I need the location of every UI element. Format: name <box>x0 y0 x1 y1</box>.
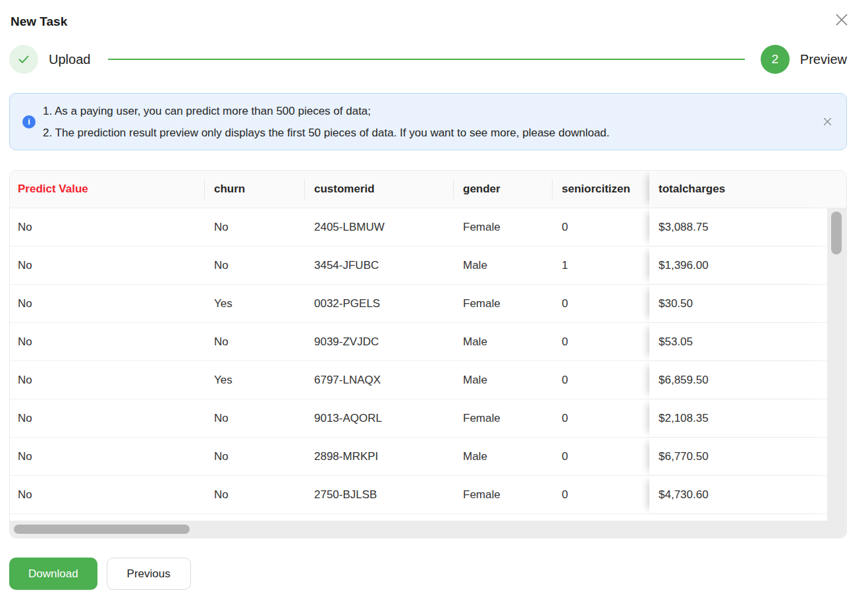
table-row: No No 9039-ZVJDC Male 0 $53.05 <box>10 323 846 361</box>
previous-button[interactable]: Previous <box>107 558 191 590</box>
column-header-churn: churn <box>205 171 305 208</box>
column-header-customerid: customerid <box>305 171 454 208</box>
vertical-scrollbar-thumb[interactable] <box>831 212 842 254</box>
table-header-row: Predict Value churn customerid gender se… <box>10 171 846 208</box>
table-body: No No 2405-LBMUW Female 0 $3,088.75 No N… <box>10 208 846 514</box>
table-cell-totalcharges: $6,859.50 <box>649 361 827 399</box>
table-cell-customerid: 2898-MRKPI <box>305 438 454 475</box>
table-cell-totalcharges: $2,108.35 <box>649 399 827 437</box>
table-cell-gender: Male <box>454 246 553 284</box>
table-cell-churn: No <box>205 476 305 513</box>
table-cell-predict-value: No <box>10 208 205 246</box>
step-preview-indicator: 2 <box>761 45 790 74</box>
table-cell-totalcharges: $6,770.50 <box>649 438 827 475</box>
table-cell-seniorcitizen: 0 <box>553 208 649 246</box>
table-cell-totalcharges: $3,088.75 <box>649 208 827 246</box>
step-preview-label: Preview <box>800 52 847 67</box>
table-cell-seniorcitizen: 0 <box>553 438 649 475</box>
table-cell-seniorcitizen: 0 <box>553 476 649 513</box>
table-cell-customerid: 2405-LBMUW <box>305 208 454 246</box>
table-row: No Yes 0032-PGELS Female 0 $30.50 <box>10 285 846 323</box>
download-button[interactable]: Download <box>9 558 97 590</box>
vertical-scrollbar[interactable] <box>827 208 846 521</box>
check-icon <box>16 52 31 67</box>
column-header-gender: gender <box>454 171 553 208</box>
table-cell-predict-value: No <box>10 246 205 284</box>
new-task-modal: New Task Upload 2 Preview <box>0 0 868 605</box>
table-cell-gender: Female <box>454 476 553 513</box>
table-cell-churn: No <box>205 246 305 284</box>
table-cell-totalcharges: $1,396.00 <box>649 246 827 284</box>
column-header-totalcharges: totalcharges <box>649 171 827 208</box>
table-cell-gender: Female <box>454 208 553 246</box>
table-cell-seniorcitizen: 0 <box>553 285 649 322</box>
column-header-seniorcitizen: seniorcitizen <box>553 171 649 208</box>
info-alert: i 1. As a paying user, you can predict m… <box>9 93 847 150</box>
step-upload-label: Upload <box>49 52 90 67</box>
table-cell-gender: Male <box>454 323 553 360</box>
step-number: 2 <box>772 52 779 67</box>
alert-close-button[interactable] <box>821 116 833 128</box>
table-cell-predict-value: No <box>10 323 205 360</box>
horizontal-scrollbar-thumb[interactable] <box>14 525 190 534</box>
prediction-preview-table: Predict Value churn customerid gender se… <box>9 170 847 538</box>
table-cell-customerid: 3454-JFUBC <box>305 246 454 284</box>
table-cell-seniorcitizen: 0 <box>553 399 649 437</box>
table-cell-churn: No <box>205 438 305 475</box>
modal-close-button[interactable] <box>832 11 851 29</box>
table-cell-customerid: 9039-ZVJDC <box>305 323 454 360</box>
table-row: No No 9013-AQORL Female 0 $2,108.35 <box>10 399 846 438</box>
table-cell-seniorcitizen: 0 <box>553 323 649 360</box>
table-cell-customerid: 6797-LNAQX <box>305 361 454 399</box>
table-cell-churn: Yes <box>205 285 305 322</box>
table-cell-churn: No <box>205 399 305 437</box>
table-cell-seniorcitizen: 0 <box>553 361 649 399</box>
table-cell-totalcharges: $30.50 <box>649 285 827 322</box>
table-cell-gender: Female <box>454 399 553 437</box>
table-cell-gender: Male <box>454 361 553 399</box>
table-cell-churn: No <box>205 323 305 360</box>
table-cell-predict-value: No <box>10 476 205 513</box>
table-cell-gender: Male <box>454 438 553 475</box>
step-upload: Upload <box>9 45 90 74</box>
alert-line-1: 1. As a paying user, you can predict mor… <box>43 100 813 122</box>
alert-text: 1. As a paying user, you can predict mor… <box>43 100 813 144</box>
table-row: No No 2898-MRKPI Male 0 $6,770.50 <box>10 438 846 476</box>
table-cell-predict-value: No <box>10 438 205 475</box>
table-row: No No 2405-LBMUW Female 0 $3,088.75 <box>10 208 846 246</box>
table-cell-customerid: 0032-PGELS <box>305 285 454 322</box>
table-cell-customerid: 2750-BJLSB <box>305 476 454 513</box>
stepper: Upload 2 Preview <box>9 45 847 74</box>
table-cell-churn: Yes <box>205 361 305 399</box>
column-header-predict-value: Predict Value <box>10 171 205 208</box>
alert-line-2: 2. The prediction result preview only di… <box>43 122 813 144</box>
table-cell-predict-value: No <box>10 361 205 399</box>
close-icon <box>833 11 850 28</box>
horizontal-scrollbar[interactable] <box>10 521 846 538</box>
close-icon <box>822 116 833 127</box>
table-cell-totalcharges: $53.05 <box>649 323 827 360</box>
table-row: No Yes 6797-LNAQX Male 0 $6,859.50 <box>10 361 846 399</box>
modal-footer: Download Previous <box>9 558 191 590</box>
step-upload-indicator <box>9 45 38 74</box>
step-preview: 2 Preview <box>761 45 847 74</box>
table-cell-seniorcitizen: 1 <box>553 246 649 284</box>
table-cell-churn: No <box>205 208 305 246</box>
page-title: New Task <box>11 14 67 29</box>
table-cell-customerid: 9013-AQORL <box>305 399 454 437</box>
table-row: No No 3454-JFUBC Male 1 $1,396.00 <box>10 246 846 285</box>
table-cell-gender: Female <box>454 285 553 322</box>
table-cell-totalcharges: $4,730.60 <box>649 476 827 513</box>
table-row: No No 2750-BJLSB Female 0 $4,730.60 <box>10 476 846 514</box>
table-cell-predict-value: No <box>10 285 205 322</box>
table-cell-predict-value: No <box>10 399 205 437</box>
info-icon: i <box>22 115 36 129</box>
stepper-connector <box>108 59 744 60</box>
